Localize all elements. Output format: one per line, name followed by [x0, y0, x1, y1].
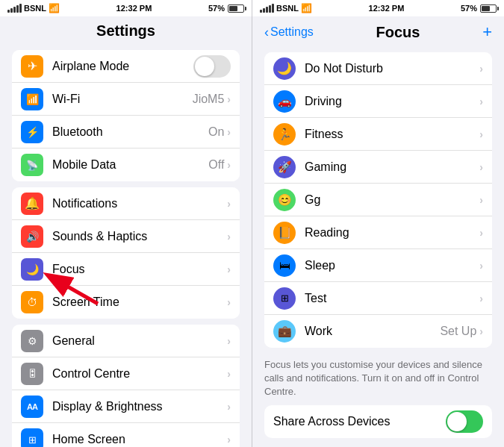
status-right-left: 57% [208, 4, 244, 13]
bluetooth-label: Bluetooth [52, 125, 208, 139]
notifications-chevron: › [227, 198, 231, 210]
share-label: Share Across Devices [273, 415, 446, 428]
gg-chevron: › [479, 194, 483, 206]
airplane-icon: ✈ [21, 55, 43, 78]
donotdisturb-chevron: › [479, 63, 483, 75]
connectivity-section: ✈ Airplane Mode 📶 Wi-Fi JioM5 › ⚡ Blueto… [12, 50, 240, 181]
battery-icon-left [228, 4, 244, 13]
reading-chevron: › [479, 227, 483, 239]
share-row[interactable]: Share Across Devices [264, 405, 492, 438]
work-icon: 💼 [273, 320, 296, 343]
mobiledata-value: Off [208, 158, 224, 172]
sleep-row[interactable]: 🛏 Sleep › [264, 249, 492, 282]
airplane-toggle[interactable] [193, 55, 231, 78]
homescreen-icon: ⊞ [21, 428, 43, 447]
display-row[interactable]: AA Display & Brightness › [12, 390, 240, 423]
test-label: Test [305, 292, 479, 305]
signal-bars [7, 4, 22, 13]
bluetooth-icon: ⚡ [21, 121, 43, 143]
display-icon: AA [21, 396, 43, 418]
share-section: Share Across Devices [264, 405, 492, 438]
screentime-chevron: › [227, 296, 231, 308]
sleep-label: Sleep [305, 259, 479, 272]
sounds-label: Sounds & Haptics [52, 230, 227, 243]
wifi-label: Wi-Fi [52, 93, 193, 106]
battery-pct-left: 57% [208, 4, 225, 13]
test-icon: ⊞ [273, 287, 296, 310]
notifications-section-wrapper: 🔔 Notifications › 🔊 Sounds & Haptics › 🌙… [0, 187, 252, 319]
settings-panel: BSNL 📶 12:32 PM 57% Settings ✈ Airplane … [0, 0, 252, 447]
settings-list: ✈ Airplane Mode 📶 Wi-Fi JioM5 › ⚡ Blueto… [0, 44, 252, 447]
general-label: General [52, 334, 227, 348]
notifications-section: 🔔 Notifications › 🔊 Sounds & Haptics › 🌙… [12, 187, 240, 319]
focus-chevron: › [227, 263, 231, 275]
wifi-chevron: › [227, 93, 231, 105]
airplane-row[interactable]: ✈ Airplane Mode [12, 50, 240, 83]
mobiledata-row[interactable]: 📡 Mobile Data Off › [12, 149, 240, 181]
back-label[interactable]: Settings [270, 25, 314, 39]
mobiledata-icon: 📡 [21, 154, 43, 176]
signal-right: BSNL 📶 [260, 3, 312, 13]
controlcentre-icon: 🎛 [21, 363, 43, 385]
airplane-label: Airplane Mode [52, 60, 193, 73]
general-row[interactable]: ⚙ General › [12, 325, 240, 357]
fitness-row[interactable]: 🏃 Fitness › [264, 118, 492, 151]
driving-icon: 🚗 [273, 90, 296, 113]
share-toggle[interactable] [446, 410, 483, 433]
homescreen-row[interactable]: ⊞ Home Screen › [12, 423, 240, 447]
add-button[interactable]: + [482, 22, 492, 42]
bluetooth-row[interactable]: ⚡ Bluetooth On › [12, 116, 240, 149]
signal-left: BSNL 📶 [7, 3, 60, 13]
general-section: ⚙ General › 🎛 Control Centre › AA Displa… [12, 325, 240, 447]
display-label: Display & Brightness [52, 400, 227, 413]
work-row[interactable]: 💼 Work Set Up › [264, 315, 492, 348]
time-left: 12:32 PM [116, 4, 152, 13]
work-chevron: › [479, 325, 483, 337]
test-chevron: › [479, 293, 483, 304]
bluetooth-value: On [208, 125, 224, 139]
mobiledata-chevron: › [227, 159, 231, 171]
fitness-chevron: › [479, 128, 483, 140]
gaming-row[interactable]: 🚀 Gaming › [264, 151, 492, 184]
controlcentre-row[interactable]: 🎛 Control Centre › [12, 357, 240, 390]
gg-label: Gg [305, 193, 479, 207]
gg-row[interactable]: 😊 Gg › [264, 184, 492, 216]
work-value: Set Up [440, 325, 476, 338]
back-chevron: ‹ [264, 25, 269, 40]
notifications-label: Notifications [52, 197, 227, 210]
carrier-right: BSNL [276, 4, 299, 13]
wifi-row[interactable]: 📶 Wi-Fi JioM5 › [12, 83, 240, 116]
gaming-label: Gaming [305, 160, 479, 174]
focus-row[interactable]: 🌙 Focus › [12, 253, 240, 286]
controlcentre-label: Control Centre [52, 367, 227, 381]
wifi-value: JioM5 [193, 93, 225, 106]
donotdisturb-row[interactable]: 🌙 Do Not Disturb › [264, 52, 492, 85]
test-row[interactable]: ⊞ Test › [264, 282, 492, 315]
reading-label: Reading [305, 226, 479, 240]
fitness-label: Fitness [305, 128, 479, 141]
battery-icon-right [480, 4, 497, 13]
sounds-row[interactable]: 🔊 Sounds & Haptics › [12, 220, 240, 253]
driving-row[interactable]: 🚗 Driving › [264, 85, 492, 118]
notifications-row[interactable]: 🔔 Notifications › [12, 187, 240, 220]
status-bar-right: BSNL 📶 12:32 PM 57% [252, 0, 504, 16]
reading-row[interactable]: 📙 Reading › [264, 216, 492, 249]
donotdisturb-icon: 🌙 [273, 57, 296, 80]
wifi-icon-right: 📶 [301, 3, 312, 13]
donotdisturb-label: Do Not Disturb [305, 62, 479, 75]
focus-panel: BSNL 📶 12:32 PM 57% ‹ Settings Focus + 🌙… [252, 0, 504, 447]
share-toggle-knob [447, 412, 467, 431]
focus-header: ‹ Settings Focus + [252, 16, 504, 46]
focus-footer: Focus lets you customise your devices an… [252, 354, 504, 405]
display-chevron: › [227, 401, 231, 413]
settings-header: Settings [0, 16, 252, 44]
sounds-icon: 🔊 [21, 225, 43, 248]
red-arrow [12, 270, 105, 307]
gaming-icon: 🚀 [273, 156, 296, 178]
time-right: 12:32 PM [369, 4, 405, 13]
reading-icon: 📙 [273, 222, 296, 244]
status-right-right: 57% [461, 4, 497, 13]
sounds-chevron: › [227, 231, 231, 243]
back-button[interactable]: ‹ Settings [264, 25, 314, 40]
homescreen-chevron: › [227, 434, 231, 446]
